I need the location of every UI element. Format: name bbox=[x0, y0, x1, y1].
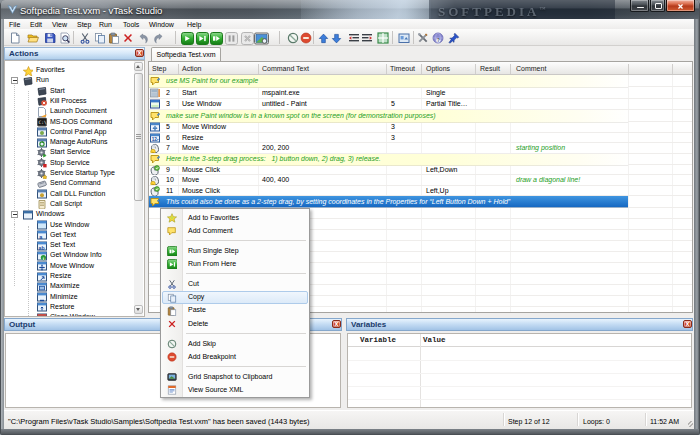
svg-text:12: 12 bbox=[152, 137, 158, 142]
svg-text:?: ? bbox=[436, 38, 439, 43]
svg-text:C:\: C:\ bbox=[39, 120, 47, 125]
svg-text:ab: ab bbox=[39, 244, 45, 250]
